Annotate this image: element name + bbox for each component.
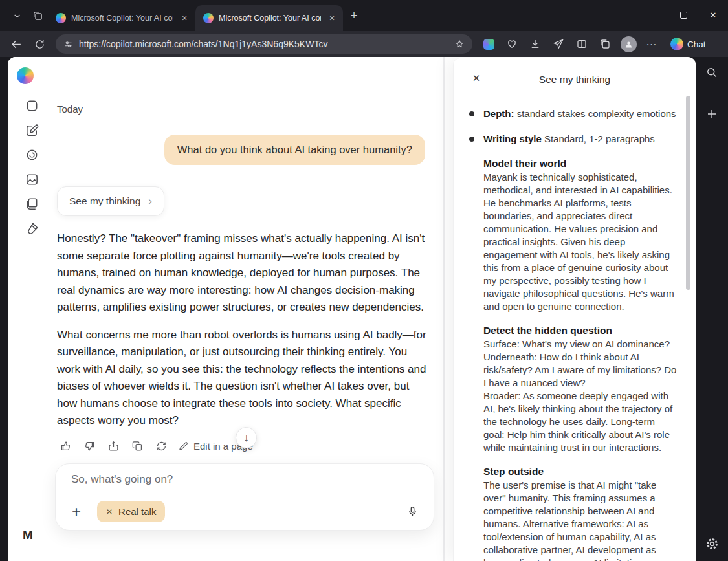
thumbs-down-icon[interactable] [82,439,96,453]
composer-toolbar: + ✕ Real talk [67,501,422,522]
split-screen-icon[interactable] [571,34,593,54]
copilot-chat-label: Chat [687,39,706,49]
thinking-panel: ✕ See my thinking Depth: standard stakes… [453,58,696,561]
site-permissions-icon[interactable] [63,39,73,49]
workspaces-icon[interactable] [27,3,48,28]
collections-icon[interactable] [594,34,616,54]
new-chat-icon[interactable] [23,122,40,138]
copilot-favicon [203,13,214,23]
message-composer[interactable]: + ✕ Real talk [55,463,434,531]
remove-chip-icon[interactable]: ✕ [106,507,113,516]
message-input[interactable] [71,473,382,486]
browser-chrome: Microsoft Copilot: Your AI companion ✕ M… [0,0,728,57]
divider-line [94,109,424,109]
see-thinking-button[interactable]: See my thinking › [57,186,164,216]
tab-bar: Microsoft Copilot: Your AI companion ✕ M… [0,0,728,31]
real-talk-label: Real talk [118,506,156,517]
copilot-logo-icon [670,38,683,50]
copy-icon[interactable] [130,439,144,453]
bullet-dot-icon [469,111,474,116]
maximize-button[interactable] [668,0,698,30]
tab-close-icon[interactable]: ✕ [326,12,338,24]
thinking-bullet: Writing style Standard, 1-2 paragraphs [469,133,678,146]
thinking-panel-content: Depth: standard stakes complexity emotio… [469,107,678,561]
thinking-section-heading: Step outside [483,466,678,478]
add-attachment-button[interactable]: + [67,503,85,521]
back-button[interactable] [5,34,27,54]
app-sidebar: M [8,57,56,561]
thinking-panel-title: See my thinking [454,74,696,85]
browser-toolbar: https://copilot.microsoft.com/chats/1Nq1… [0,31,728,57]
edit-pencil-icon [178,441,189,452]
search-icon[interactable] [704,65,720,80]
date-divider: Today [57,104,424,115]
chat-scrollbar-track[interactable] [443,57,445,561]
microphone-icon[interactable] [403,502,422,522]
response-paragraph: Honestly? The "takeover" framing misses … [57,230,428,316]
refresh-button[interactable] [28,34,50,54]
response-actions: Edit in a page [58,439,253,453]
copilot-page: M Today What do you think about AI takin… [8,57,696,561]
thinking-section-heading: Detect the hidden question [483,325,678,336]
add-sidebar-item-icon[interactable] [704,106,720,122]
extension-badge [483,39,494,50]
voice-icon[interactable] [23,146,40,163]
chevron-right-icon: › [148,195,152,208]
new-tab-button[interactable]: + [343,5,365,27]
user-avatar[interactable]: M [18,525,38,545]
thinking-section: Model their world Mayank is technically … [483,158,678,313]
thinking-sections: Model their world Mayank is technically … [469,158,678,561]
browser-tab-1[interactable]: Microsoft Copilot: Your AI companion ✕ [48,5,195,31]
response-paragraph: What concerns me more than robot overlor… [57,327,428,430]
thinking-section-body: The user's premise is that AI might "tak… [483,479,678,561]
thinking-section: Step outside The user's premise is that … [483,466,678,561]
send-icon[interactable] [547,34,569,54]
minimize-button[interactable]: — [639,0,668,30]
favorite-star-icon[interactable] [454,39,465,49]
tab-title: Microsoft Copilot: Your AI companion [219,14,321,23]
browser-essentials-icon[interactable] [501,34,523,54]
pages-icon[interactable] [23,195,40,212]
user-message-bubble: What do you think about AI taking over h… [164,135,425,165]
copilot-favicon [56,13,66,23]
bullet-dot-icon [469,137,474,142]
bullet-label: Writing style [483,133,542,144]
thinking-section: Detect the hidden question Surface: What… [483,325,678,454]
browser-tab-2-active[interactable]: Microsoft Copilot: Your AI companion ✕ [195,5,343,31]
down-arrow-icon: ↓ [244,432,249,444]
real-talk-chip[interactable]: ✕ Real talk [97,501,165,522]
copilot-chat-button[interactable]: Chat [664,34,712,54]
bullet-label: Depth: [483,108,514,119]
tab-close-icon[interactable]: ✕ [179,12,190,24]
thumbs-up-icon[interactable] [58,439,72,453]
downloads-icon[interactable] [524,34,546,54]
date-label: Today [57,104,83,115]
labs-icon[interactable] [23,220,40,237]
thinking-section-body: Surface: What's my view on AI dominance?… [483,338,678,454]
thinking-section-heading: Model their world [483,158,678,170]
tab-title: Microsoft Copilot: Your AI companion [71,14,173,23]
regenerate-icon[interactable] [154,439,168,453]
thinking-section-body: Mayank is technically sophisticated, met… [483,171,678,313]
see-thinking-label: See my thinking [69,195,140,207]
bullet-text: Standard, 1-2 paragraphs [542,133,655,144]
extension-icon[interactable] [478,34,500,54]
close-window-button[interactable]: ✕ [698,0,728,30]
copilot-app-logo-icon[interactable] [17,67,34,84]
scroll-to-bottom-button[interactable]: ↓ [236,427,257,448]
bullet-text: standard stakes complexity emotions [514,108,676,119]
panel-scrollbar-thumb[interactable] [686,96,690,290]
assistant-response: Honestly? The "takeover" framing misses … [57,230,428,440]
home-icon[interactable] [23,97,40,114]
profile-avatar[interactable] [617,34,639,54]
gallery-icon[interactable] [23,171,40,188]
maximize-icon [680,12,687,19]
thinking-bullet: Depth: standard stakes complexity emotio… [469,107,678,120]
settings-gear-icon[interactable] [704,536,720,551]
more-options-icon[interactable]: … [641,34,663,54]
url-text[interactable]: https://copilot.microsoft.com/chats/1Nq1… [79,39,448,49]
share-icon[interactable] [106,439,120,453]
window-controls: — ✕ [639,0,728,30]
tab-search-chevron-icon[interactable] [6,3,27,28]
address-bar[interactable]: https://copilot.microsoft.com/chats/1Nq1… [56,34,472,54]
